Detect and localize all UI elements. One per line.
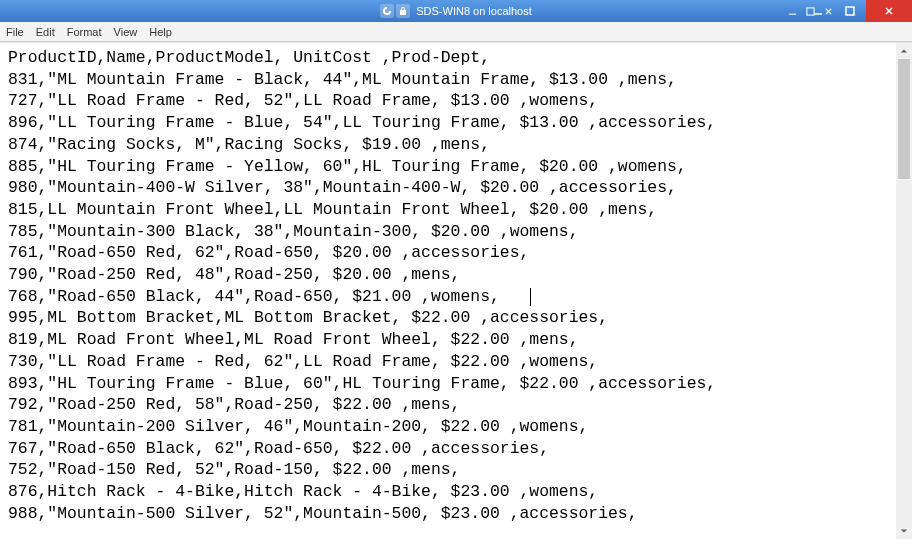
csv-data-line: 995,ML Bottom Bracket,ML Bottom Bracket,… [8, 307, 888, 329]
titlebar-history-icon [380, 4, 394, 18]
csv-data-line: 792,"Road-250 Red, 58",Road-250, $22.00 … [8, 394, 888, 416]
titlebar-lock-icon [396, 4, 410, 18]
editor-area: ProductID,Name,ProductModel, UnitCost ,P… [0, 42, 912, 539]
maximize-button[interactable] [834, 0, 866, 22]
svg-rect-0 [806, 7, 813, 14]
menubar: File Edit Format View Help [0, 22, 912, 42]
menu-edit[interactable]: Edit [36, 26, 55, 38]
csv-data-line: 819,ML Road Front Wheel,ML Road Front Wh… [8, 329, 888, 351]
menu-file[interactable]: File [6, 26, 24, 38]
text-editor[interactable]: ProductID,Name,ProductModel, UnitCost ,P… [0, 43, 896, 539]
csv-data-line: 727,"LL Road Frame - Red, 52",LL Road Fr… [8, 90, 888, 112]
csv-data-line: 790,"Road-250 Red, 48",Road-250, $20.00 … [8, 264, 888, 286]
csv-data-line: 761,"Road-650 Red, 62",Road-650, $20.00 … [8, 242, 888, 264]
csv-data-line: 876,Hitch Rack - 4-Bike,Hitch Rack - 4-B… [8, 481, 888, 503]
close-button[interactable] [866, 0, 912, 22]
titlebar[interactable]: SDS-WIN8 on localhost [0, 0, 912, 22]
app-window: SDS-WIN8 on localhost File Edit Format V… [0, 0, 912, 539]
menu-view[interactable]: View [114, 26, 138, 38]
mdi-minimize-button[interactable] [786, 5, 798, 17]
scroll-thumb[interactable] [898, 59, 910, 179]
csv-data-line: 874,"Racing Socks, M",Racing Socks, $19.… [8, 134, 888, 156]
csv-data-line: 730,"LL Road Frame - Red, 62",LL Road Fr… [8, 351, 888, 373]
menu-help[interactable]: Help [149, 26, 172, 38]
scroll-track[interactable] [896, 59, 912, 523]
menu-format[interactable]: Format [67, 26, 102, 38]
csv-data-line: 988,"Mountain-500 Silver, 52",Mountain-5… [8, 503, 888, 525]
csv-header-line: ProductID,Name,ProductModel, UnitCost ,P… [8, 47, 888, 69]
csv-data-line: 768,"Road-650 Black, 44",Road-650, $21.0… [8, 286, 888, 308]
csv-data-line: 980,"Mountain-400-W Silver, 38",Mountain… [8, 177, 888, 199]
csv-data-line: 815,LL Mountain Front Wheel,LL Mountain … [8, 199, 888, 221]
mdi-close-button[interactable] [822, 5, 834, 17]
csv-data-line: 752,"Road-150 Red, 52",Road-150, $22.00 … [8, 459, 888, 481]
mdi-maximize-button[interactable] [804, 5, 816, 17]
svg-rect-1 [846, 7, 854, 15]
window-title: SDS-WIN8 on localhost [416, 5, 532, 17]
scroll-up-button[interactable] [896, 43, 912, 59]
csv-data-line: 885,"HL Touring Frame - Yellow, 60",HL T… [8, 156, 888, 178]
text-caret [530, 288, 531, 306]
csv-data-line: 781,"Mountain-200 Silver, 46",Mountain-2… [8, 416, 888, 438]
csv-data-line: 785,"Mountain-300 Black, 38",Mountain-30… [8, 221, 888, 243]
vertical-scrollbar[interactable] [896, 43, 912, 539]
csv-data-line: 893,"HL Touring Frame - Blue, 60",HL Tou… [8, 373, 888, 395]
scroll-down-button[interactable] [896, 523, 912, 539]
csv-data-line: 896,"LL Touring Frame - Blue, 54",LL Tou… [8, 112, 888, 134]
csv-data-line: 831,"ML Mountain Frame - Black, 44",ML M… [8, 69, 888, 91]
csv-data-line: 767,"Road-650 Black, 62",Road-650, $22.0… [8, 438, 888, 460]
